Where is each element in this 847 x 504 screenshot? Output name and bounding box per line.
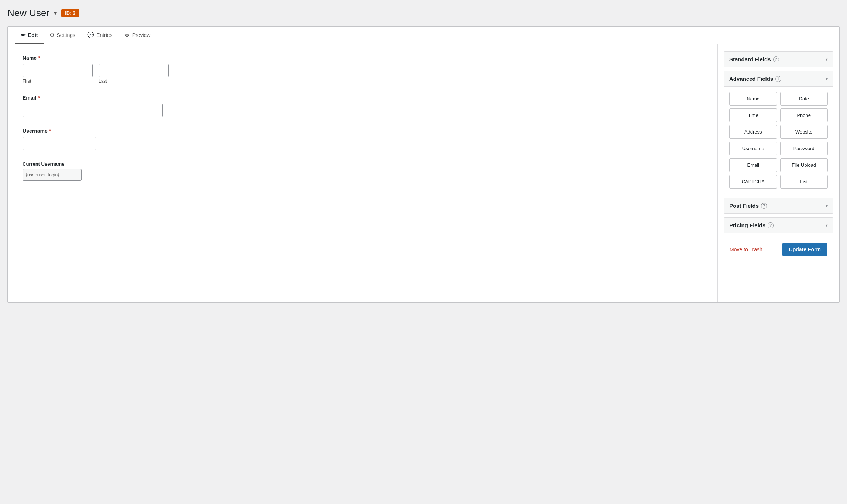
standard-fields-header[interactable]: Standard Fields ? ▾ [724,52,833,67]
email-field-label: Email * [23,95,703,101]
edit-icon: ✏ [21,32,26,38]
sidebar-panel: Standard Fields ? ▾ Advanced Fields ? ▾ [717,44,839,302]
update-form-button[interactable]: Update Form [782,243,827,256]
email-input[interactable] [23,104,163,117]
tab-edit-label: Edit [28,32,38,38]
field-btn-captcha[interactable]: CAPTCHA [729,175,777,189]
username-field-label: Username * [23,128,703,134]
current-username-input[interactable] [23,169,82,181]
settings-icon: ⚙ [49,32,54,38]
form-footer: Move to Trash Update Form [724,237,833,258]
advanced-fields-section: Advanced Fields ? ▾ Name Date Time Phone… [724,71,833,194]
page-title: New User [7,7,49,19]
advanced-fields-grid: Name Date Time Phone Address Website Use… [729,92,828,189]
tab-settings[interactable]: ⚙ Settings [44,27,81,44]
standard-fields-help-icon[interactable]: ? [773,56,779,62]
field-btn-date[interactable]: Date [780,92,828,106]
field-btn-time[interactable]: Time [729,108,777,122]
field-btn-file-upload[interactable]: File Upload [780,158,828,172]
advanced-fields-chevron-icon: ▾ [826,76,828,82]
pricing-fields-help-icon[interactable]: ? [768,222,774,228]
field-btn-phone[interactable]: Phone [780,108,828,122]
advanced-fields-body: Name Date Time Phone Address Website Use… [724,87,833,194]
tab-preview-label: Preview [132,32,151,38]
name-field-group: Name * First Last [23,55,703,84]
standard-fields-chevron-icon: ▾ [826,57,828,62]
pricing-fields-title: Pricing Fields ? [729,222,774,228]
standard-fields-title: Standard Fields ? [729,56,779,62]
pricing-fields-section: Pricing Fields ? ▾ [724,217,833,233]
main-panel: ✏ Edit ⚙ Settings 💬 Entries 👁 Preview [7,26,840,303]
post-fields-header[interactable]: Post Fields ? ▾ [724,198,833,213]
first-name-sub-label: First [23,79,93,84]
username-required-star: * [49,128,51,134]
name-required-star: * [38,55,40,61]
field-btn-website[interactable]: Website [780,125,828,139]
pricing-fields-header[interactable]: Pricing Fields ? ▾ [724,218,833,233]
advanced-fields-help-icon[interactable]: ? [775,76,781,82]
page-header: New User ▾ ID: 3 [7,7,840,19]
email-field-group: Email * [23,95,703,117]
username-field-group: Username * [23,128,703,150]
content-area: Name * First Last [8,44,839,302]
username-input[interactable] [23,137,96,150]
name-inputs: First Last [23,64,703,84]
field-btn-address[interactable]: Address [729,125,777,139]
id-badge: ID: 3 [61,9,79,17]
entries-icon: 💬 [87,32,94,38]
field-btn-password[interactable]: Password [780,142,828,155]
tab-preview[interactable]: 👁 Preview [119,27,157,44]
field-btn-email[interactable]: Email [729,158,777,172]
first-name-wrap: First [23,64,93,84]
advanced-fields-header[interactable]: Advanced Fields ? ▾ [724,71,833,87]
pricing-fields-chevron-icon: ▾ [826,223,828,228]
tab-settings-label: Settings [56,32,75,38]
name-field-label: Name * [23,55,703,61]
last-name-input[interactable] [99,64,169,77]
tab-entries-label: Entries [96,32,113,38]
current-username-group: Current Username [23,161,703,181]
form-builder-main: Name * First Last [8,44,717,302]
first-name-input[interactable] [23,64,93,77]
post-fields-help-icon[interactable]: ? [761,203,767,209]
field-btn-list[interactable]: List [780,175,828,189]
tabs-bar: ✏ Edit ⚙ Settings 💬 Entries 👁 Preview [8,27,839,44]
standard-fields-section: Standard Fields ? ▾ [724,51,833,67]
title-chevron-icon[interactable]: ▾ [54,10,57,17]
tab-edit[interactable]: ✏ Edit [15,27,44,44]
post-fields-title: Post Fields ? [729,203,767,209]
move-to-trash-link[interactable]: Move to Trash [730,246,762,252]
page-wrapper: New User ▾ ID: 3 ✏ Edit ⚙ Settings 💬 Ent… [0,0,847,504]
field-btn-name[interactable]: Name [729,92,777,106]
tab-entries[interactable]: 💬 Entries [81,27,119,44]
last-name-wrap: Last [99,64,169,84]
field-btn-username[interactable]: Username [729,142,777,155]
last-name-sub-label: Last [99,79,169,84]
advanced-fields-title: Advanced Fields ? [729,76,781,82]
email-required-star: * [38,95,40,101]
post-fields-chevron-icon: ▾ [826,203,828,208]
preview-icon: 👁 [124,32,130,38]
post-fields-section: Post Fields ? ▾ [724,198,833,214]
current-username-label: Current Username [23,161,703,167]
